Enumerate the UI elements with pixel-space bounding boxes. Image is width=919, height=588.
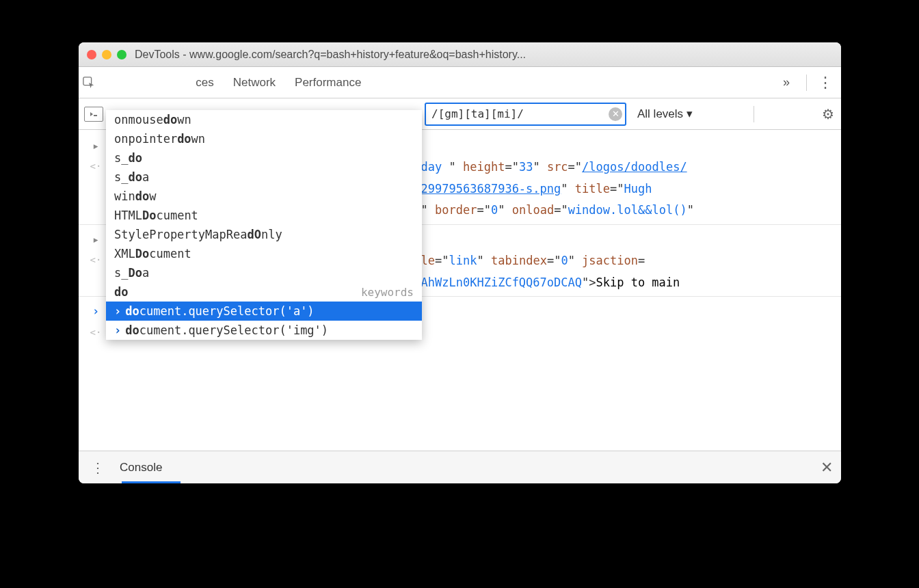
autocomplete-item[interactable]: s_Doa: [106, 263, 422, 282]
drawer-menu-icon[interactable]: ⋮: [87, 459, 109, 476]
log-levels-dropdown[interactable]: All levels ▾: [637, 107, 693, 121]
main-toolbar: Elements Console ces Network Performance…: [79, 67, 841, 98]
return-icon: <·: [90, 324, 102, 344]
minimize-window-button[interactable]: [102, 50, 111, 59]
autocomplete-item[interactable]: s_do: [106, 148, 422, 168]
autocomplete-item[interactable]: StylePropertyMapReadOnly: [106, 225, 422, 244]
devtools-window: DevTools - www.google.com/search?q=bash+…: [79, 42, 841, 483]
prompt-icon: ›: [92, 301, 99, 322]
autocomplete-item[interactable]: s_doa: [106, 168, 422, 187]
autocomplete-item[interactable]: dokeywords: [106, 282, 422, 302]
panel-tabs: Elements Console ces Network Performance: [111, 76, 777, 90]
autocomplete-history-item[interactable]: ›document.querySelector('a'): [106, 302, 422, 321]
autocomplete-history-item[interactable]: ›document.querySelector('img'): [106, 321, 422, 340]
divider: [806, 75, 807, 91]
divider: [754, 106, 754, 122]
filter-field-wrap: ✕: [425, 103, 626, 126]
autocomplete-popup: onmousedownonpointerdowns_dos_doawindowH…: [106, 110, 422, 340]
autocomplete-item[interactable]: window: [106, 187, 422, 206]
filter-input[interactable]: [425, 103, 626, 126]
drawer: ⋮ Console ✕: [79, 451, 841, 483]
autocomplete-item[interactable]: HTMLDocument: [106, 206, 422, 225]
traffic-lights: [87, 50, 126, 59]
window-title: DevTools - www.google.com/search?q=bash+…: [135, 49, 833, 61]
close-window-button[interactable]: [87, 50, 96, 59]
tab-network[interactable]: Network: [233, 76, 276, 90]
live-expression-icon[interactable]: [84, 107, 103, 122]
clear-filter-icon[interactable]: ✕: [609, 107, 622, 121]
drawer-tab-console[interactable]: Console: [120, 461, 162, 475]
settings-menu-icon[interactable]: ⋮: [814, 74, 837, 92]
drawer-tab-indicator: [122, 481, 181, 483]
expand-icon[interactable]: ▸: [92, 229, 99, 250]
svg-rect-1: [94, 115, 97, 116]
expand-icon[interactable]: ▸: [92, 135, 99, 157]
zoom-window-button[interactable]: [117, 50, 126, 59]
inspect-element-icon[interactable]: [83, 77, 95, 89]
autocomplete-item[interactable]: onmousedown: [106, 110, 422, 129]
autocomplete-item[interactable]: onpointerdown: [106, 129, 422, 148]
close-drawer-icon[interactable]: ✕: [821, 459, 833, 477]
tab-performance[interactable]: Performance: [295, 76, 361, 90]
tab-sources[interactable]: ces: [196, 76, 213, 90]
titlebar: DevTools - www.google.com/search?q=bash+…: [79, 42, 841, 67]
more-tabs-icon[interactable]: »: [783, 75, 790, 90]
return-icon: <·: [90, 158, 102, 221]
console-settings-icon[interactable]: ⚙: [822, 106, 837, 122]
autocomplete-item[interactable]: XMLDocument: [106, 244, 422, 263]
return-icon: <·: [90, 252, 102, 293]
